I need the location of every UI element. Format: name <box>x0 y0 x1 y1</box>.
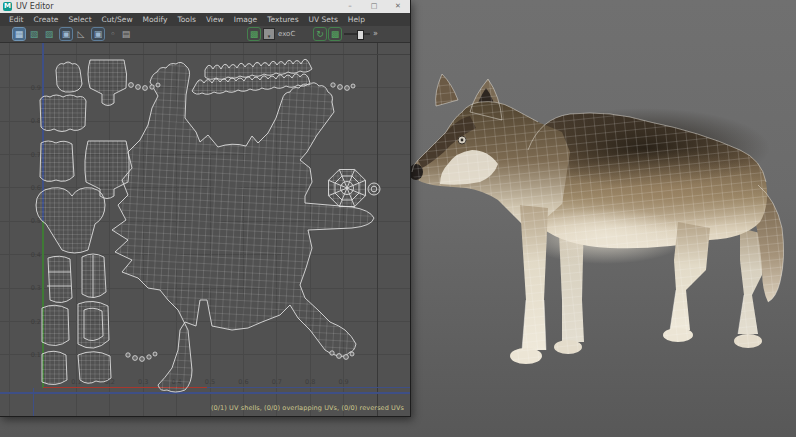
menu-view[interactable]: View <box>201 13 229 26</box>
uv-shell-paw-top-2[interactable] <box>42 305 69 345</box>
texture-swatch-dropdown[interactable]: ▾ <box>263 28 275 40</box>
uv-editor-window: 0.1 0.2 0.3 0.4 0.5 0.6 0.7 0.8 0.9 0.1 … <box>0 0 411 417</box>
window-title: UV Editor <box>16 2 54 11</box>
menu-image[interactable]: Image <box>229 13 263 26</box>
maya-app-icon: M <box>3 2 12 11</box>
svg-text:0.8: 0.8 <box>305 378 315 386</box>
menu-select[interactable]: Select <box>63 13 96 26</box>
sew-tool-icon[interactable]: ▨ <box>43 28 55 40</box>
menu-uv-sets[interactable]: UV Sets <box>304 13 343 26</box>
checkerboard-icon[interactable]: ▣ <box>92 28 104 40</box>
wolf-wireframe <box>410 40 796 380</box>
menu-modify[interactable]: Modify <box>138 13 173 26</box>
uv-shell-lips-upper[interactable] <box>40 95 86 132</box>
move-uv-tool-icon[interactable]: ▧ <box>28 28 40 40</box>
uv-shell-lips-lower[interactable] <box>40 141 74 181</box>
refresh-icon[interactable]: ↻ <box>314 28 326 40</box>
menu-cut-sew[interactable]: Cut/Sew <box>97 13 138 26</box>
menu-edit[interactable]: Edit <box>4 13 29 26</box>
wolf-model[interactable] <box>410 0 796 437</box>
svg-text:0.4: 0.4 <box>31 251 41 259</box>
grid-toggle-icon[interactable]: ▦ <box>13 28 25 40</box>
texture-image-icon[interactable]: ▩ <box>329 28 341 40</box>
uv-shell-eye[interactable] <box>368 183 380 195</box>
menu-create[interactable]: Create <box>29 13 64 26</box>
image-range-icon[interactable]: ▤ <box>120 28 132 40</box>
distortion-display-icon[interactable]: ◺ <box>75 28 87 40</box>
close-button[interactable]: ✕ <box>386 0 410 13</box>
svg-text:0.7: 0.7 <box>272 378 282 386</box>
uv-status-text: (0/1) UV shells, (0/0) overlapping UVs, … <box>211 404 404 412</box>
svg-text:0.6: 0.6 <box>31 184 41 192</box>
uv-shell-mouth-interior[interactable] <box>78 301 109 348</box>
texture-borders-icon[interactable]: ▣ <box>60 28 72 40</box>
uv-shell-paw-pad[interactable] <box>78 352 111 384</box>
uv-shell-pad-web[interactable] <box>329 170 366 207</box>
uv-ruler-u: 0.1 0.2 0.3 0.4 0.5 0.6 0.7 0.8 0.9 <box>71 378 349 386</box>
uv-canvas[interactable]: 0.1 0.2 0.3 0.4 0.5 0.6 0.7 0.8 0.9 0.1 … <box>0 0 410 416</box>
menu-tools[interactable]: Tools <box>172 13 200 26</box>
dim-image-slider[interactable] <box>344 28 370 40</box>
svg-text:0.9: 0.9 <box>31 84 41 92</box>
svg-text:0.8: 0.8 <box>31 117 41 125</box>
toolbar-overflow-chevrons[interactable]: » <box>373 28 378 40</box>
slider-handle[interactable] <box>357 30 364 40</box>
svg-text:0.6: 0.6 <box>238 378 248 386</box>
svg-text:0.7: 0.7 <box>31 151 41 159</box>
menubar: Edit Create Select Cut/Sew Modify Tools … <box>0 13 410 26</box>
uv-shell-paw-top-1[interactable] <box>82 254 106 298</box>
svg-text:0.2: 0.2 <box>31 318 41 326</box>
menu-textures[interactable]: Textures <box>262 13 303 26</box>
svg-text:0.3: 0.3 <box>31 284 41 292</box>
uv-ruler-v: 0.1 0.2 0.3 0.4 0.5 0.6 0.7 0.8 0.9 <box>31 84 41 359</box>
svg-text:0.9: 0.9 <box>338 378 348 386</box>
toolbar: ▦ ▧ ▨ ▣ ◺ ▣ ◦ ▤ ▩ ▾ exoC ↻ ▩ » <box>0 26 410 43</box>
svg-text:0.1: 0.1 <box>31 351 41 359</box>
dim-image-icon[interactable]: ◦ <box>107 28 119 40</box>
minimize-button[interactable]: – <box>338 0 362 13</box>
uv-shell-paw-top-3[interactable] <box>42 351 67 384</box>
svg-text:0.5: 0.5 <box>205 378 215 386</box>
uv-shell-tail[interactable] <box>47 256 72 302</box>
texture-name-label[interactable]: exoC <box>278 30 295 38</box>
svg-text:0.3: 0.3 <box>138 378 148 386</box>
uv-shell-ear[interactable] <box>56 62 82 92</box>
menu-help[interactable]: Help <box>343 13 370 26</box>
texture-display-icon[interactable]: ▩ <box>248 28 260 40</box>
maximize-button[interactable]: □ <box>362 0 386 13</box>
titlebar[interactable]: M UV Editor – □ ✕ <box>0 0 410 13</box>
